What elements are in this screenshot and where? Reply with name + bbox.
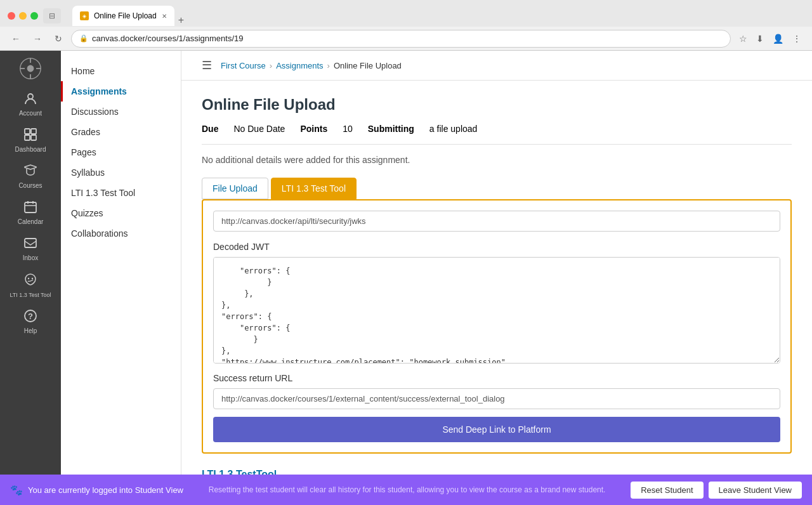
svg-rect-7: [25, 129, 30, 134]
profile-icon[interactable]: 👤: [769, 32, 787, 45]
address-bar[interactable]: 🔒 canvas.docker/courses/1/assignments/19: [71, 30, 731, 48]
success-url-label: Success return URL: [213, 373, 780, 383]
sidebar-nav-quizzes[interactable]: Quizzes: [61, 203, 181, 223]
dashboard-icon: [23, 128, 37, 143]
submitting-label: Submitting: [368, 124, 414, 134]
browser-chrome: ⊟ ◈ Online File Upload ✕ + ← → ↻ 🔒 canva…: [0, 0, 812, 51]
sidebar-item-calendar[interactable]: Calendar: [0, 195, 61, 231]
svg-rect-9: [25, 135, 30, 140]
browser-toolbar: ← → ↻ 🔒 canvas.docker/courses/1/assignme…: [0, 27, 812, 51]
svg-rect-11: [25, 202, 36, 213]
active-tab[interactable]: ◈ Online File Upload ✕: [72, 6, 174, 26]
breadcrumb-section[interactable]: Assignments: [276, 61, 323, 70]
download-icon[interactable]: ⬇: [753, 32, 767, 45]
sidebar-item-dashboard[interactable]: Dashboard: [0, 122, 61, 159]
due-value: No Due Date: [233, 124, 285, 134]
back-button[interactable]: ←: [8, 32, 24, 45]
svg-point-16: [28, 278, 29, 279]
lti-panel: Decoded JWT "errors": { } }, }, "errors"…: [202, 199, 792, 454]
breadcrumb-current: Online File Upload: [334, 61, 402, 70]
security-icon: 🔒: [79, 34, 88, 43]
student-view-icon: 🐾: [10, 484, 23, 496]
lti-label: LTI 1.3 Test Tool: [10, 292, 51, 299]
app-body: Account Dashboard Courses: [0, 51, 812, 505]
due-label: Due: [202, 124, 218, 134]
sidebar-item-courses[interactable]: Courses: [0, 159, 61, 195]
tab-favicon: ◈: [80, 11, 89, 20]
tab-close-icon[interactable]: ✕: [162, 13, 167, 20]
minimize-button[interactable]: [19, 12, 27, 20]
decoded-jwt-label: Decoded JWT: [213, 242, 780, 252]
sidebar-nav-grades[interactable]: Grades: [61, 122, 181, 142]
sidebar-nav-lti-test-tool[interactable]: LTI 1.3 Test Tool: [61, 183, 181, 203]
dashboard-label: Dashboard: [15, 146, 46, 154]
svg-point-17: [32, 278, 33, 279]
help-label: Help: [24, 327, 37, 335]
svg-rect-8: [31, 129, 36, 134]
content-area: Online File Upload Due No Due Date Point…: [181, 81, 812, 495]
assignment-description: No additional details were added for thi…: [202, 155, 792, 165]
help-icon: ?: [23, 309, 37, 325]
jwt-textarea[interactable]: "errors": { } }, }, "errors": { "errors"…: [213, 257, 780, 364]
send-deep-link-button[interactable]: Send Deep Link to Platform: [213, 417, 780, 442]
svg-point-1: [27, 65, 34, 72]
tab-file-upload[interactable]: File Upload: [202, 178, 268, 199]
calendar-icon: [23, 200, 37, 216]
courses-label: Courses: [18, 182, 42, 190]
hamburger-button[interactable]: ☰: [202, 58, 212, 72]
sidebar-item-account[interactable]: Account: [0, 86, 61, 122]
sidebar-toggle[interactable]: ⊟: [43, 8, 61, 23]
sidebar-nav-assignments[interactable]: Assignments: [61, 81, 181, 102]
student-view-text: You are currently logged into Student Vi…: [28, 485, 183, 495]
inbox-icon: [23, 236, 37, 252]
breadcrumb-course[interactable]: First Course: [221, 61, 266, 70]
leave-student-view-button[interactable]: Leave Student View: [709, 482, 802, 499]
points-label: Points: [300, 124, 327, 134]
sidebar-nav-pages[interactable]: Pages: [61, 142, 181, 162]
new-tab-button[interactable]: +: [174, 15, 188, 26]
page-title: Online File Upload: [202, 96, 792, 114]
reload-button[interactable]: ↻: [51, 32, 66, 45]
lti-url-input[interactable]: [213, 211, 780, 232]
close-button[interactable]: [8, 12, 15, 20]
nav-rail: Account Dashboard Courses: [0, 51, 61, 505]
account-icon: [23, 91, 37, 107]
sidebar-item-help[interactable]: ? Help: [0, 304, 61, 340]
reset-student-button[interactable]: Reset Student: [631, 482, 703, 499]
forward-button[interactable]: →: [29, 32, 46, 45]
sidebar-item-inbox[interactable]: Inbox: [0, 231, 61, 267]
calendar-label: Calendar: [18, 218, 44, 226]
toolbar-actions: ☆ ⬇ 👤 ⋮: [736, 32, 804, 45]
maximize-button[interactable]: [30, 12, 38, 20]
browser-tabs: ◈ Online File Upload ✕ +: [72, 6, 188, 26]
points-value: 10: [343, 124, 353, 134]
course-sidebar: Home Assignments Discussions Grades Page…: [61, 51, 181, 505]
sidebar-nav-syllabus[interactable]: Syllabus: [61, 162, 181, 183]
svg-point-6: [28, 94, 33, 99]
menu-icon[interactable]: ⋮: [789, 32, 804, 45]
url-text: canvas.docker/courses/1/assignments/19: [92, 34, 243, 43]
title-bar: ⊟ ◈ Online File Upload ✕ +: [0, 0, 812, 27]
bookmarks-icon[interactable]: ☆: [736, 32, 750, 45]
sidebar-nav-home[interactable]: Home: [61, 61, 181, 81]
svg-rect-10: [31, 135, 36, 140]
student-view-desc: Resetting the test student will clear al…: [183, 485, 631, 494]
sidebar-nav-collaborations[interactable]: Collaborations: [61, 223, 181, 244]
student-view-bar: 🐾 You are currently logged into Student …: [0, 475, 812, 505]
svg-text:?: ?: [28, 312, 33, 321]
main-content: ☰ First Course › Assignments › Online Fi…: [181, 51, 812, 505]
sidebar-nav-discussions[interactable]: Discussions: [61, 102, 181, 122]
breadcrumb-sep-1: ›: [270, 61, 272, 70]
inbox-label: Inbox: [23, 254, 38, 262]
student-view-buttons: Reset Student Leave Student View: [631, 482, 802, 499]
app-logo: [18, 56, 43, 81]
tabs-container: File Upload LTI 1.3 Test Tool: [202, 178, 792, 199]
breadcrumb-sep-2: ›: [327, 61, 330, 70]
lti-icon: [23, 272, 38, 289]
submitting-value: a file upload: [429, 124, 478, 134]
courses-icon: [23, 164, 37, 180]
tab-lti[interactable]: LTI 1.3 Test Tool: [271, 178, 357, 199]
svg-rect-15: [25, 239, 36, 247]
sidebar-item-lti[interactable]: LTI 1.3 Test Tool: [0, 267, 61, 304]
success-url-input[interactable]: [213, 388, 780, 409]
